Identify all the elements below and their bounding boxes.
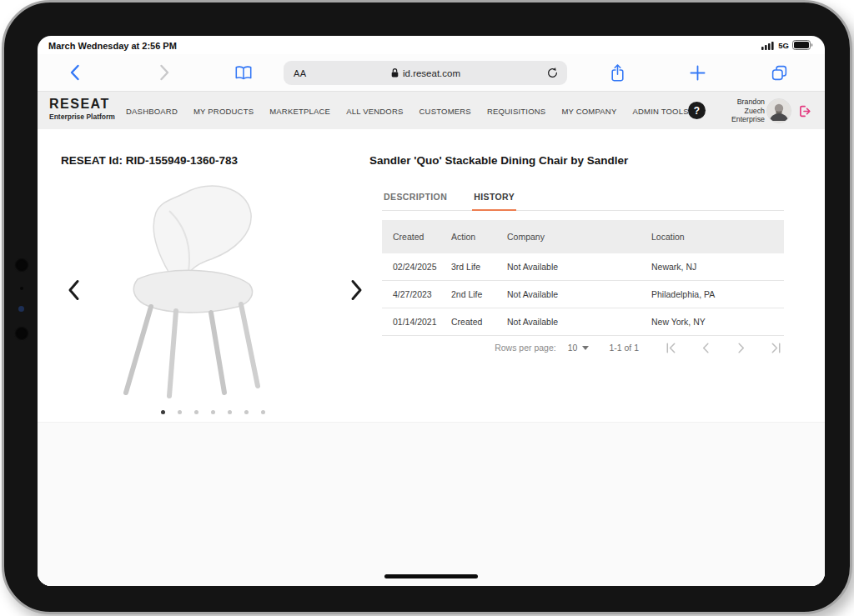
tablet-screen: March Wednesday at 2:56 PM 5G [38, 36, 825, 586]
reseat-logo[interactable]: RESEAT Enterprise Platform [49, 98, 115, 121]
carousel-dot-2[interactable] [178, 410, 182, 414]
nav-item-dashboard[interactable]: DASHBOARD [126, 107, 178, 116]
col-header-action: Action [451, 232, 507, 242]
cell-action: 3rd Life [451, 262, 507, 272]
nav-item-requisitions[interactable]: REQUISITIONS [487, 107, 546, 116]
nav-item-admin-tools[interactable]: ADMIN TOOLS [632, 107, 688, 116]
carousel-dot-4[interactable] [211, 410, 215, 414]
rows-per-page-value: 10 [568, 343, 578, 353]
reseat-id-title: RESEAT Id: RID-155949-1360-783 [61, 154, 238, 167]
bookmarks-icon[interactable] [232, 61, 255, 84]
nav-item-all-vendors[interactable]: ALL VENDORS [346, 107, 403, 116]
table-row: 02/24/2025 3rd Life Not Available Newark… [382, 253, 784, 281]
cell-created: 4/27/2023 [393, 289, 451, 299]
product-detail-page: RESEAT Id: RID-155949-1360-783 Sandler '… [38, 129, 825, 586]
url-display: id.reseat.com [390, 68, 460, 78]
history-table: Created Action Company Location 02/24/20… [382, 220, 784, 336]
carousel-dot-1[interactable] [161, 410, 165, 414]
cell-action: 2nd Life [451, 289, 507, 299]
cell-company: Not Available [507, 262, 651, 272]
pagination-range: 1-1 of 1 [609, 343, 639, 353]
screenshot-stage: March Wednesday at 2:56 PM 5G [0, 0, 854, 616]
table-header-row: Created Action Company Location [382, 220, 784, 253]
logo-subtitle: Enterprise Platform [49, 113, 115, 121]
carousel-dot-7[interactable] [261, 410, 265, 414]
previous-page-icon[interactable] [697, 339, 714, 356]
tabs-overview-icon[interactable] [767, 61, 791, 84]
product-image-chair [86, 178, 286, 411]
cell-location: Newark, NJ [651, 262, 784, 272]
carousel-dots [161, 410, 265, 414]
col-header-company: Company [507, 232, 651, 242]
address-bar[interactable]: AA id.reseat.com [284, 61, 567, 85]
cell-location: New York, NY [651, 317, 784, 327]
cell-company: Not Available [507, 289, 651, 299]
logout-icon[interactable] [798, 104, 812, 118]
front-camera-icon [14, 258, 29, 273]
carousel-next-button[interactable] [346, 278, 368, 303]
cellular-signal-icon [761, 41, 775, 50]
camera-lens-icon [18, 306, 24, 312]
user-name: Brandon Zuech Enterprise [713, 98, 765, 124]
carousel-prev-button[interactable] [63, 278, 84, 303]
carousel-dot-5[interactable] [228, 410, 232, 414]
lock-icon [390, 68, 399, 78]
nav-item-my-products[interactable]: MY PRODUCTS [193, 107, 254, 116]
status-datetime: March Wednesday at 2:56 PM [48, 41, 177, 51]
table-row: 4/27/2023 2nd Life Not Available Philade… [382, 281, 784, 308]
cell-created: 02/24/2025 [393, 262, 451, 272]
table-pagination: Rows per page: 10 1-1 of 1 [382, 337, 784, 358]
status-bar: March Wednesday at 2:56 PM 5G [38, 36, 825, 54]
nav-item-my-company[interactable]: MY COMPANY [561, 107, 616, 116]
front-camera-2-icon [14, 326, 29, 341]
col-header-created: Created [393, 232, 451, 242]
col-header-location: Location [651, 232, 784, 242]
new-tab-icon[interactable] [686, 61, 709, 84]
nav-menu: DASHBOARD MY PRODUCTS MARKETPLACE ALL VE… [126, 92, 689, 130]
browser-toolbar: AA id.reseat.com [38, 54, 825, 91]
url-text: id.reseat.com [403, 68, 460, 78]
chevron-down-icon [582, 346, 589, 350]
cell-company: Not Available [507, 317, 651, 327]
carousel-dot-3[interactable] [194, 410, 198, 414]
last-page-icon[interactable] [767, 339, 784, 356]
next-page-icon[interactable] [732, 339, 749, 356]
tablet-frame: March Wednesday at 2:56 PM 5G [2, 0, 852, 614]
nav-item-customers[interactable]: CUSTOMERS [419, 107, 471, 116]
carousel-dot-6[interactable] [244, 410, 249, 414]
status-indicators: 5G [761, 40, 813, 50]
browser-forward-button[interactable] [153, 61, 176, 84]
product-title: Sandler 'Quo' Stackable Dining Chair by … [369, 154, 628, 167]
reload-icon[interactable] [544, 65, 560, 82]
share-icon[interactable] [605, 61, 629, 84]
page-background-band [38, 422, 825, 586]
battery-icon [792, 40, 813, 50]
rows-per-page-select[interactable]: 10 [568, 343, 590, 353]
tab-history[interactable]: HISTORY [472, 187, 516, 211]
cell-created: 01/14/2021 [393, 317, 451, 327]
nav-item-marketplace[interactable]: MARKETPLACE [269, 107, 330, 116]
app-navbar: RESEAT Enterprise Platform DASHBOARD MY … [38, 91, 825, 129]
tab-description[interactable]: DESCRIPTION [382, 187, 449, 210]
text-size-button[interactable]: AA [294, 68, 307, 78]
cell-location: Philadelphia, PA [651, 289, 784, 299]
camera-dot-icon [20, 287, 23, 290]
user-first-name: Brandon [713, 98, 765, 107]
browser-back-button[interactable] [63, 61, 86, 84]
detail-tabs: DESCRIPTION HISTORY [382, 187, 784, 211]
network-type-label: 5G [778, 41, 789, 50]
first-page-icon[interactable] [662, 339, 679, 356]
user-avatar[interactable] [766, 98, 791, 123]
table-row: 01/14/2021 Created Not Available New Yor… [382, 308, 784, 336]
help-button[interactable]: ? [688, 102, 706, 119]
home-indicator[interactable] [384, 574, 478, 578]
logo-title: RESEAT [49, 98, 115, 111]
user-org: Enterprise [713, 115, 765, 124]
user-last-name: Zuech [713, 107, 765, 116]
cell-action: Created [451, 317, 507, 327]
rows-per-page-label: Rows per page: [495, 343, 556, 353]
